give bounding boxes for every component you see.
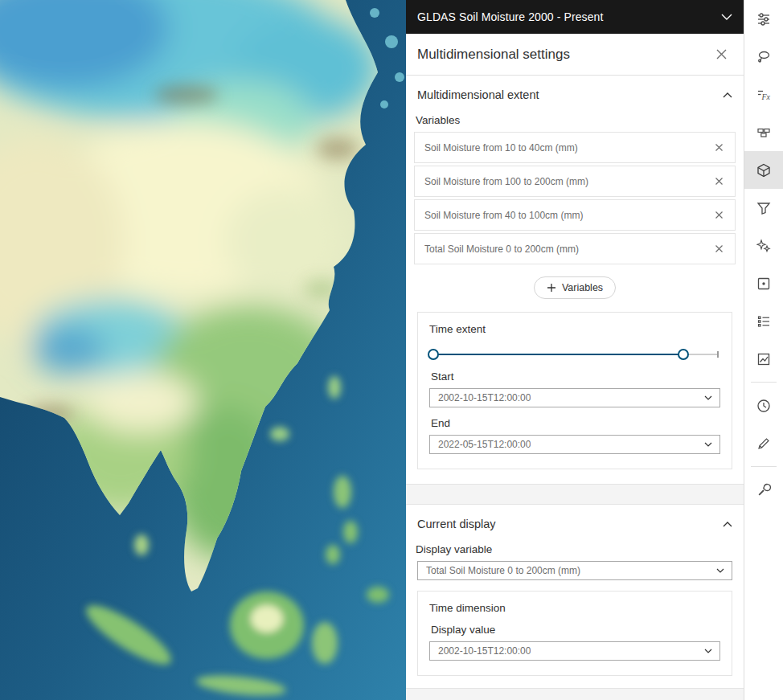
start-select[interactable]: 2002-10-15T12:00:00: [429, 388, 720, 407]
variable-name: Soil Moisture from 10 to 40cm (mm): [424, 142, 578, 154]
multidimensional-cube-icon[interactable]: [744, 151, 783, 189]
end-label: End: [431, 417, 719, 429]
popups-icon[interactable]: [744, 264, 783, 302]
remove-variable-icon[interactable]: [711, 241, 727, 256]
display-variable-value: Total Soil Moisture 0 to 200cm (mm): [426, 565, 580, 576]
attribute-expressions-fx-icon[interactable]: Fx: [744, 76, 783, 113]
remove-variable-icon[interactable]: [711, 207, 727, 223]
time-dimension-group: Time dimension Display value 2002-10-15T…: [417, 591, 732, 676]
end-select[interactable]: 2022-05-15T12:00:00: [429, 435, 720, 454]
charts-icon[interactable]: [744, 340, 783, 378]
section-multidimensional-extent: Multidimensional extent Variables Soil M…: [406, 76, 744, 469]
styles-lasso-icon[interactable]: [744, 38, 783, 76]
variable-name: Soil Moisture from 40 to 100cm (mm): [424, 210, 583, 221]
variables-list: Soil Moisture from 10 to 40cm (mm) Soil …: [414, 132, 736, 264]
chevron-up-icon[interactable]: [723, 92, 732, 98]
edit-pencil-icon[interactable]: [744, 424, 783, 462]
layer-title: GLDAS Soil Moisture 2000 - Present: [417, 10, 603, 23]
chevron-down-icon: [721, 14, 732, 20]
variables-label: Variables: [416, 114, 734, 126]
extent-section-header[interactable]: Multidimensional extent: [414, 85, 736, 104]
start-select-value: 2002-10-15T12:00:00: [438, 392, 531, 403]
layer-toolbar: Fx: [744, 0, 783, 700]
section-divider: [406, 688, 744, 700]
time-dimension-title: Time dimension: [429, 602, 720, 614]
time-extent-label: Time extent: [429, 323, 720, 335]
variable-name: Total Soil Moisture 0 to 200cm (mm): [424, 244, 579, 255]
section-divider: [406, 484, 744, 505]
panel-title-row: Multidimensional settings: [406, 34, 744, 76]
slider-end-tick: [717, 351, 719, 358]
chevron-down-icon: [704, 649, 712, 653]
slider-fill: [434, 354, 684, 355]
variable-row: Soil Moisture from 100 to 200cm (mm): [414, 166, 736, 197]
toolbar-divider: [751, 466, 777, 467]
current-display-title: Current display: [417, 518, 496, 530]
aggregation-bricks-icon[interactable]: [744, 113, 783, 151]
extent-section-title: Multidimensional extent: [417, 88, 539, 101]
tools-wrench-icon[interactable]: [744, 471, 783, 509]
panel-title: Multidimensional settings: [417, 47, 570, 63]
time-extent-group: Time extent Start 2002-10-15T12:00:00: [417, 312, 732, 469]
panel-content: Multidimensional extent Variables Soil M…: [406, 76, 744, 700]
properties-sliders-icon[interactable]: [744, 0, 783, 38]
end-select-value: 2022-05-15T12:00:00: [438, 439, 531, 450]
time-clock-icon[interactable]: [744, 387, 783, 424]
chevron-up-icon[interactable]: [723, 522, 732, 527]
display-variable-select[interactable]: Total Soil Moisture 0 to 200cm (mm): [417, 561, 732, 580]
time-extent-slider[interactable]: [431, 348, 719, 361]
slider-start-handle[interactable]: [428, 349, 439, 360]
display-value-label: Display value: [431, 624, 719, 636]
soil-moisture-map-image: [0, 0, 406, 700]
remove-variable-icon[interactable]: [711, 174, 727, 189]
close-icon[interactable]: [712, 45, 731, 63]
variable-row: Soil Moisture from 10 to 40cm (mm): [414, 132, 736, 163]
settings-panel: GLDAS Soil Moisture 2000 - Present Multi…: [406, 0, 744, 700]
section-current-display: Current display Display variable Total S…: [406, 505, 744, 676]
toolbar-divider: [751, 382, 777, 383]
display-variable-label: Display variable: [416, 543, 734, 555]
current-display-header[interactable]: Current display: [414, 514, 736, 534]
add-variables-label: Variables: [562, 282, 603, 293]
map-canvas[interactable]: [0, 0, 406, 700]
labels-list-icon[interactable]: [744, 302, 783, 340]
chevron-down-icon: [704, 395, 712, 400]
svg-text:Fx: Fx: [761, 92, 771, 101]
effects-sparkle-icon[interactable]: [744, 227, 783, 264]
add-variables-button[interactable]: Variables: [534, 276, 616, 299]
add-variables-row: Variables: [414, 276, 736, 299]
plus-icon: [547, 283, 556, 293]
display-value-select[interactable]: 2002-10-15T12:00:00: [429, 641, 720, 661]
layer-selector[interactable]: GLDAS Soil Moisture 2000 - Present: [406, 0, 744, 34]
start-label: Start: [431, 370, 719, 383]
remove-variable-icon[interactable]: [711, 140, 727, 155]
app-root: GLDAS Soil Moisture 2000 - Present Multi…: [0, 0, 783, 700]
variable-name: Soil Moisture from 100 to 200cm (mm): [424, 176, 588, 187]
variable-row: Total Soil Moisture 0 to 200cm (mm): [414, 233, 736, 264]
chevron-down-icon: [704, 442, 712, 447]
display-value: 2002-10-15T12:00:00: [438, 645, 531, 657]
filter-icon[interactable]: [744, 189, 783, 227]
slider-end-handle[interactable]: [678, 349, 689, 360]
chevron-down-icon: [716, 568, 724, 573]
variable-row: Soil Moisture from 40 to 100cm (mm): [414, 199, 736, 231]
